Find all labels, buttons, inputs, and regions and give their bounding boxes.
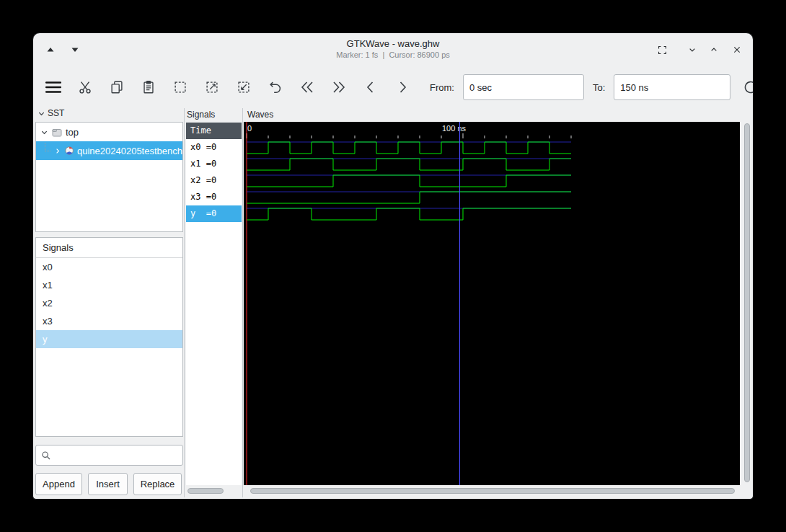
to-input[interactable] bbox=[614, 74, 730, 100]
titlebar[interactable]: GTKWave - wave.ghw Marker: 1 fs | Cursor… bbox=[33, 33, 753, 66]
collapse-chevron-icon bbox=[37, 110, 45, 118]
chevron-up-icon bbox=[708, 44, 720, 56]
wave-vscrollbar[interactable] bbox=[743, 122, 752, 485]
signal-name-row-x3[interactable]: x3 =0 bbox=[186, 189, 242, 205]
sst-frame-label: SST bbox=[37, 108, 64, 118]
wave-hscrollbar[interactable] bbox=[247, 487, 740, 496]
menu-icon bbox=[44, 78, 63, 97]
signal-names-label: Signals bbox=[187, 110, 215, 120]
signal-list-item-x3[interactable]: x3 bbox=[36, 312, 182, 330]
skip-to-end-icon bbox=[330, 79, 348, 96]
paste-icon bbox=[141, 79, 156, 95]
splitter-left[interactable] bbox=[184, 108, 185, 497]
gtkwave-window: GTKWave - wave.ghw Marker: 1 fs | Cursor… bbox=[32, 32, 754, 500]
skip-to-end-button[interactable] bbox=[327, 76, 350, 99]
step-left-button[interactable] bbox=[359, 76, 382, 99]
cut-button[interactable] bbox=[74, 76, 97, 99]
wave-canvas[interactable]: 0100 ns bbox=[244, 122, 740, 485]
tree-item-label: quine20240205testbench bbox=[77, 146, 182, 156]
insert-button[interactable]: Insert bbox=[88, 473, 128, 495]
signal-name-row-x0[interactable]: x0 =0 bbox=[186, 139, 242, 156]
fit-selection-button[interactable] bbox=[169, 76, 192, 99]
maximize-button[interactable] bbox=[704, 40, 724, 59]
menu-button[interactable] bbox=[42, 76, 65, 99]
tree-item-label: top bbox=[66, 127, 79, 138]
zoom-out-selection-button[interactable] bbox=[200, 76, 224, 99]
from-label: From: bbox=[430, 82, 454, 93]
waves-frame-label: Waves bbox=[247, 110, 273, 120]
tree-item-testbench[interactable]: quine20240205testbench bbox=[36, 141, 182, 160]
wave-area[interactable]: 0100 ns bbox=[244, 122, 740, 485]
search-input[interactable] bbox=[55, 445, 182, 465]
reload-icon bbox=[742, 79, 754, 96]
fit-selection-icon bbox=[172, 79, 188, 95]
skip-to-start-button[interactable] bbox=[296, 76, 319, 99]
tree-connector bbox=[45, 143, 50, 151]
cut-icon bbox=[77, 79, 93, 95]
close-button[interactable] bbox=[727, 40, 747, 59]
sst-label: SST bbox=[48, 108, 64, 118]
testbench-icon bbox=[65, 146, 74, 156]
replace-button[interactable]: Replace bbox=[133, 473, 182, 495]
signal-list-item-x2[interactable]: x2 bbox=[36, 294, 182, 312]
step-right-icon bbox=[394, 79, 411, 96]
signal-name-row-x2[interactable]: x2 =0 bbox=[186, 172, 242, 189]
signal-names-frame-label: Signals bbox=[187, 110, 215, 120]
signal-list-item-y[interactable]: y bbox=[36, 330, 182, 348]
svg-text:0: 0 bbox=[247, 124, 252, 133]
names-hscrollbar-thumb[interactable] bbox=[187, 488, 224, 494]
signals-list-header: Signals bbox=[36, 238, 182, 258]
expander-right-icon[interactable] bbox=[54, 147, 61, 155]
signal-name-row-x1[interactable]: x1 =0 bbox=[186, 156, 242, 172]
signal-names-column: Time x0 =0 x1 =0 x2 =0 x3 =0 y =0 bbox=[186, 123, 242, 485]
undo-icon bbox=[268, 79, 283, 95]
signal-list-item-x1[interactable]: x1 bbox=[36, 276, 182, 294]
expander-down-icon[interactable] bbox=[40, 128, 48, 136]
wave-hscrollbar-thumb[interactable] bbox=[250, 488, 735, 494]
toolbar: From: To: bbox=[33, 71, 753, 104]
step-left-icon bbox=[362, 79, 379, 96]
zoom-in-selection-icon bbox=[236, 79, 252, 95]
zoom-in-selection-button[interactable] bbox=[232, 76, 255, 99]
chevron-down-icon bbox=[686, 44, 698, 56]
search-icon bbox=[40, 450, 52, 461]
copy-icon bbox=[109, 79, 125, 95]
step-right-button[interactable] bbox=[391, 76, 414, 99]
paste-button[interactable] bbox=[137, 76, 160, 99]
svg-text:100 ns: 100 ns bbox=[442, 124, 467, 133]
fullscreen-button[interactable] bbox=[652, 40, 672, 59]
splitter-right[interactable] bbox=[242, 108, 243, 497]
sst-tree: top quine20240205testbench bbox=[35, 122, 183, 232]
from-input[interactable] bbox=[463, 74, 584, 100]
signal-search-box[interactable] bbox=[35, 445, 183, 466]
window-title: GTKWave - wave.ghw bbox=[33, 38, 753, 49]
wave-vscrollbar-thumb[interactable] bbox=[744, 123, 750, 482]
signals-list-panel: Signals x0 x1 x2 x3 y bbox=[35, 237, 183, 437]
append-button[interactable]: Append bbox=[35, 473, 82, 495]
time-header: Time bbox=[186, 123, 242, 139]
undo-button[interactable] bbox=[264, 76, 287, 99]
marker-cursor-status: Marker: 1 fs | Cursor: 86900 ps bbox=[33, 50, 753, 59]
signal-name-row-y[interactable]: y =0 bbox=[186, 205, 242, 222]
minimize-button[interactable] bbox=[682, 40, 702, 59]
fullscreen-icon bbox=[656, 44, 668, 56]
reload-button[interactable] bbox=[739, 76, 754, 99]
to-label: To: bbox=[593, 82, 605, 93]
copy-button[interactable] bbox=[105, 76, 128, 99]
module-icon bbox=[52, 128, 62, 137]
close-icon bbox=[731, 44, 743, 56]
names-hscrollbar[interactable] bbox=[186, 487, 242, 496]
tree-item-top[interactable]: top bbox=[36, 123, 182, 141]
waves-label: Waves bbox=[247, 110, 273, 120]
skip-to-start-icon bbox=[299, 79, 316, 96]
zoom-out-selection-icon bbox=[204, 79, 220, 95]
signal-list-item-x0[interactable]: x0 bbox=[36, 258, 182, 276]
